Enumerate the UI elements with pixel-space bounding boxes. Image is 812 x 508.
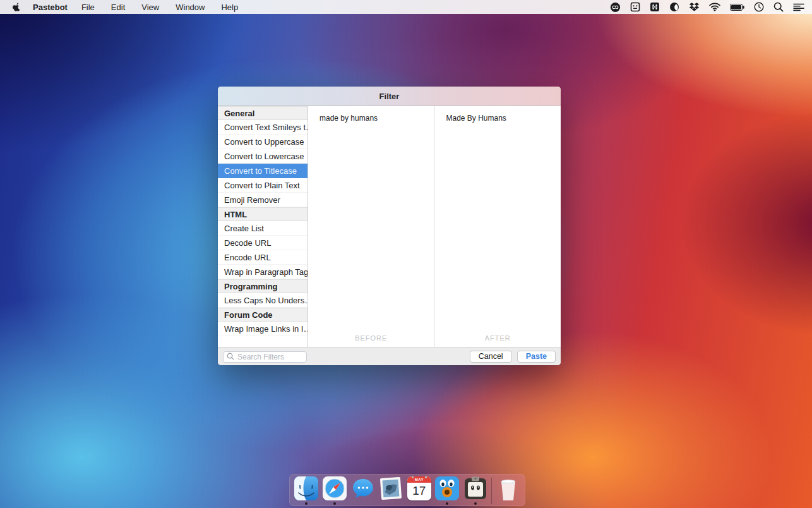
pastebot-menubar-icon[interactable] bbox=[630, 2, 640, 12]
window-title: Filter bbox=[379, 92, 400, 101]
search-icon bbox=[227, 353, 234, 360]
robot-square-icon[interactable] bbox=[650, 2, 660, 12]
after-panel: Made By Humans AFTER bbox=[434, 106, 561, 347]
sidebar-item-convert-to-uppercase[interactable]: Convert to Uppercase bbox=[218, 135, 307, 149]
menu-bar: Pastebot FileEditViewWindowHelp bbox=[0, 0, 812, 14]
dock-icon-finder[interactable] bbox=[294, 476, 319, 506]
apple-menu-icon[interactable] bbox=[13, 2, 21, 12]
before-sample-text: made by humans bbox=[319, 114, 378, 123]
desktop-wallpaper: Pastebot FileEditViewWindowHelp Filter G… bbox=[0, 0, 812, 508]
dropbox-icon[interactable] bbox=[689, 2, 700, 12]
sidebar-item-convert-to-titlecase[interactable]: Convert to Titlecase bbox=[218, 164, 307, 178]
clock-icon[interactable] bbox=[754, 2, 764, 12]
menu-items: FileEditViewWindowHelp bbox=[81, 3, 238, 12]
sidebar-item-less-caps-no-unders[interactable]: Less Caps No Unders… bbox=[218, 293, 307, 308]
dock-icon-calendar[interactable]: MAY 17 bbox=[407, 476, 432, 506]
dock-icon-trash[interactable] bbox=[496, 476, 520, 506]
after-sample-text: Made By Humans bbox=[446, 114, 506, 123]
sidebar-section-programming: Programming bbox=[218, 279, 307, 293]
menu-help[interactable]: Help bbox=[221, 3, 238, 12]
menu-view[interactable]: View bbox=[141, 3, 159, 12]
sidebar-section-html: HTML bbox=[218, 207, 307, 221]
spotlight-search-icon[interactable] bbox=[773, 2, 784, 12]
menu-file[interactable]: File bbox=[81, 3, 95, 12]
sidebar-item-create-list[interactable]: Create List bbox=[218, 221, 307, 236]
dock-icon-mail[interactable] bbox=[379, 476, 403, 506]
filter-window: Filter GeneralConvert Text Smileys t…Con… bbox=[218, 87, 561, 365]
menu-status-icons bbox=[610, 2, 804, 13]
creative-cloud-icon[interactable] bbox=[610, 2, 621, 13]
search-filters-input[interactable] bbox=[223, 351, 307, 363]
sidebar-item-encode-url[interactable]: Encode URL bbox=[218, 250, 307, 265]
sidebar-item-wrap-in-paragraph-tags[interactable]: Wrap in Paragraph Tags bbox=[218, 265, 307, 279]
sidebar-item-convert-to-lowercase[interactable]: Convert to Lowercase bbox=[218, 149, 307, 164]
dock-icon-tweetbot[interactable] bbox=[435, 476, 460, 506]
window-title-bar[interactable]: Filter bbox=[218, 87, 561, 106]
dock-icon-safari[interactable] bbox=[323, 476, 347, 506]
before-label: BEFORE bbox=[308, 334, 434, 342]
sidebar-item-decode-url[interactable]: Decode URL bbox=[218, 236, 307, 250]
running-indicator bbox=[474, 502, 477, 505]
calendar-day: 17 bbox=[407, 483, 431, 499]
after-label: AFTER bbox=[435, 334, 561, 342]
battery-icon[interactable] bbox=[730, 4, 744, 11]
dock-separator bbox=[491, 478, 492, 504]
notification-center-icon[interactable] bbox=[793, 3, 804, 11]
cancel-button[interactable]: Cancel bbox=[470, 351, 512, 363]
menu-edit[interactable]: Edit bbox=[111, 3, 125, 12]
sidebar-item-emoji-remover[interactable]: Emoji Remover bbox=[218, 193, 307, 207]
preview-panels: made by humans BEFORE Made By Humans AFT… bbox=[308, 106, 561, 347]
dock-icon-messages[interactable] bbox=[350, 476, 375, 506]
sidebar-section-forum-code: Forum Code bbox=[218, 308, 307, 322]
menu-app-name[interactable]: Pastebot bbox=[33, 3, 68, 12]
dock-icon-pastebot[interactable] bbox=[463, 476, 488, 506]
moon-leaf-icon[interactable] bbox=[669, 2, 679, 12]
paste-button[interactable]: Paste bbox=[517, 351, 556, 363]
menu-window[interactable]: Window bbox=[176, 3, 205, 12]
sidebar-item-wrap-image-links-in-i[interactable]: Wrap Image Links in I… bbox=[218, 322, 307, 336]
calendar-month: MAY bbox=[407, 476, 431, 483]
running-indicator bbox=[305, 502, 307, 505]
sidebar-item-convert-to-plain-text[interactable]: Convert to Plain Text bbox=[218, 178, 307, 193]
before-panel: made by humans BEFORE bbox=[308, 106, 434, 347]
sidebar-section-general: General bbox=[218, 106, 307, 120]
window-bottom-bar: Cancel Paste bbox=[218, 347, 561, 365]
wifi-icon[interactable] bbox=[709, 3, 720, 11]
dock: MAY 17 bbox=[289, 474, 525, 506]
running-indicator bbox=[446, 502, 448, 505]
running-indicator bbox=[333, 502, 336, 505]
sidebar-item-convert-text-smileys-t[interactable]: Convert Text Smileys t… bbox=[218, 120, 307, 135]
filter-sidebar: GeneralConvert Text Smileys t…Convert to… bbox=[218, 106, 308, 347]
